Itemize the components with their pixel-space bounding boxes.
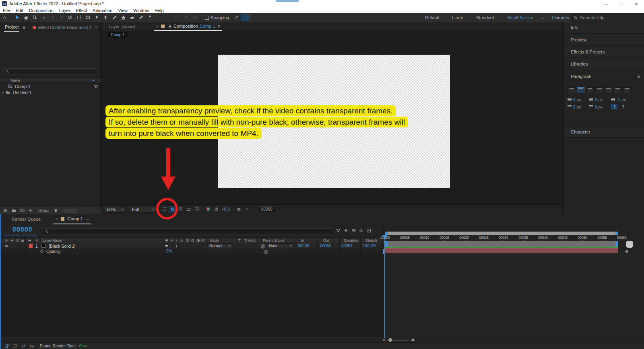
expand-arrow-icon[interactable]: ▶: [2, 91, 4, 94]
panel-info[interactable]: Info: [564, 22, 644, 34]
menu-window[interactable]: Window: [133, 8, 149, 13]
lock-icon[interactable]: [168, 24, 172, 28]
layer-duration-bar[interactable]: [385, 248, 618, 254]
project-row-untitled1[interactable]: ▶ Untitled 1: [0, 89, 101, 95]
clone-stamp-tool[interactable]: [119, 14, 128, 22]
magnification-select[interactable]: 50%▾: [105, 206, 126, 213]
timeline-ruler-area[interactable]: 00000 00005 00010 00015 00020 00025 0003…: [384, 224, 644, 254]
menu-edit[interactable]: Edit: [16, 8, 23, 13]
tab-project[interactable]: Project: [4, 23, 19, 32]
timeline-zoom-out-icon[interactable]: [383, 339, 385, 341]
blend-mode-select[interactable]: Normal ▾: [207, 243, 232, 248]
pen-tool[interactable]: [92, 14, 101, 22]
menu-layer[interactable]: Layer: [59, 8, 70, 13]
trkmat-column-header[interactable]: TrkMat: [244, 238, 256, 242]
composition-subtab[interactable]: Comp 1: [108, 32, 128, 37]
mini-flowchart-icon[interactable]: [336, 228, 341, 233]
close-tab-icon[interactable]: ×: [156, 24, 158, 29]
layer-duration-value[interactable]: 00061: [341, 244, 353, 248]
snapping-checkbox[interactable]: [205, 16, 209, 20]
layer-shy-icon[interactable]: [165, 244, 169, 248]
type-tool[interactable]: T: [101, 14, 110, 22]
trash-icon[interactable]: [54, 208, 58, 213]
rotation-tool[interactable]: ↺: [66, 14, 74, 22]
workspace-libraries[interactable]: Libraries: [552, 15, 569, 20]
region-of-interest-icon[interactable]: [185, 206, 192, 213]
project-bpc-label[interactable]: 16 bpc: [38, 209, 49, 213]
workspace-menu-icon[interactable]: ≡: [541, 15, 544, 20]
duration-column-header[interactable]: Duration: [344, 238, 358, 242]
direction-rtl-button[interactable]: ¶: [620, 104, 627, 109]
direction-ltr-button[interactable]: ¶: [611, 104, 618, 109]
adjust-icon[interactable]: [29, 208, 33, 213]
workspace-small-screen[interactable]: Small Screen: [507, 15, 533, 20]
layer-name[interactable]: [Black Solid 1]: [49, 244, 76, 248]
puppet-pin-tool[interactable]: [145, 14, 154, 22]
timeline-menu-icon[interactable]: ≡: [86, 216, 89, 221]
space-before-field[interactable]: 0px: [589, 98, 603, 102]
stopwatch-icon[interactable]: [40, 249, 44, 253]
pan-behind-tool[interactable]: [74, 14, 83, 22]
timeline-zoom-slider-thumb[interactable]: [388, 338, 392, 342]
snapshot-icon[interactable]: [235, 206, 243, 213]
resolution-select[interactable]: Full▾: [130, 206, 156, 213]
property-name[interactable]: Opacity: [46, 249, 61, 254]
t-column-header[interactable]: T: [238, 238, 241, 242]
shy-toggle-icon[interactable]: [344, 228, 348, 233]
comp-marker-bin[interactable]: [626, 241, 633, 248]
timeline-search-field[interactable]: [43, 228, 333, 234]
panel-libraries[interactable]: Libraries: [564, 58, 644, 70]
hand-tool[interactable]: [21, 14, 30, 22]
tab-layer[interactable]: Layer (none): [109, 24, 135, 29]
panel-paragraph-header[interactable]: Paragraph ≡: [564, 70, 644, 82]
align-left-button[interactable]: [568, 87, 575, 93]
timeline-zoom-in-icon[interactable]: [411, 338, 415, 341]
menu-effect[interactable]: Effect: [76, 8, 87, 13]
layer-in-value[interactable]: 00000: [298, 244, 309, 248]
eraser-tool[interactable]: [128, 14, 136, 22]
layer-out-value[interactable]: 00060: [320, 244, 331, 248]
exposure-value[interactable]: +0.0: [222, 207, 230, 211]
time-navigator-bar[interactable]: [385, 232, 618, 235]
tab-timeline-comp1[interactable]: × Comp 1 ≡: [53, 214, 91, 224]
justify-last-right-button[interactable]: [614, 87, 621, 93]
menu-file[interactable]: File: [3, 8, 10, 13]
stretch-column-header[interactable]: Stretch: [365, 238, 377, 242]
close-button[interactable]: ×: [629, 0, 644, 7]
property-pickwhip-icon[interactable]: @: [264, 249, 268, 254]
panel-overflow-chevron[interactable]: »: [95, 25, 97, 29]
out-column-header[interactable]: Out: [323, 238, 329, 242]
tab-effect-controls[interactable]: Effect Controls Black Solid 1: [38, 25, 91, 30]
shape-tool[interactable]: [83, 14, 92, 22]
work-area-start-handle[interactable]: [385, 241, 388, 247]
layer-label-color[interactable]: [29, 244, 33, 248]
work-area-end-handle[interactable]: [615, 241, 618, 247]
parent-link-column-header[interactable]: Parent & Link: [263, 238, 285, 242]
current-time-display[interactable]: 00000: [12, 226, 33, 233]
space-after-field[interactable]: 0px: [589, 105, 603, 109]
performance-arrows-icon[interactable]: [21, 344, 26, 348]
project-search-field[interactable]: [3, 68, 97, 74]
interpret-footage-icon[interactable]: [3, 208, 8, 213]
layer-row-black-solid-1[interactable]: ▼ 1 [Black Solid 1] / Normal ▾ @ None ▾ …: [1, 243, 384, 248]
tab-composition[interactable]: × Composition Comp 1 ≡: [154, 22, 222, 31]
layer-visibility-eye-icon[interactable]: [4, 244, 8, 248]
home-button[interactable]: ⌂: [0, 14, 9, 22]
frame-blend-toggle-icon[interactable]: [351, 228, 356, 233]
playhead-line[interactable]: [384, 235, 385, 338]
panel-character[interactable]: Character: [564, 126, 644, 138]
parent-select[interactable]: None ▾: [267, 243, 293, 248]
align-right-button[interactable]: [586, 87, 594, 93]
workspace-standard[interactable]: Standard: [476, 15, 494, 20]
layer-stretch-value[interactable]: 100.0%: [363, 244, 376, 248]
parent-pickwhip-icon[interactable]: @: [261, 244, 265, 248]
maximize-button[interactable]: □: [613, 0, 629, 7]
search-help-box[interactable]: [571, 13, 644, 22]
indent-left-field[interactable]: 0px: [568, 98, 581, 102]
zoom-tool[interactable]: [30, 14, 39, 22]
work-area-bar[interactable]: [385, 241, 618, 247]
reset-exposure-icon[interactable]: [213, 206, 220, 213]
justify-last-left-button[interactable]: [595, 87, 603, 93]
preview-time-field[interactable]: 00000: [258, 206, 276, 212]
project-item-label[interactable]: Untitled 1: [12, 90, 31, 95]
